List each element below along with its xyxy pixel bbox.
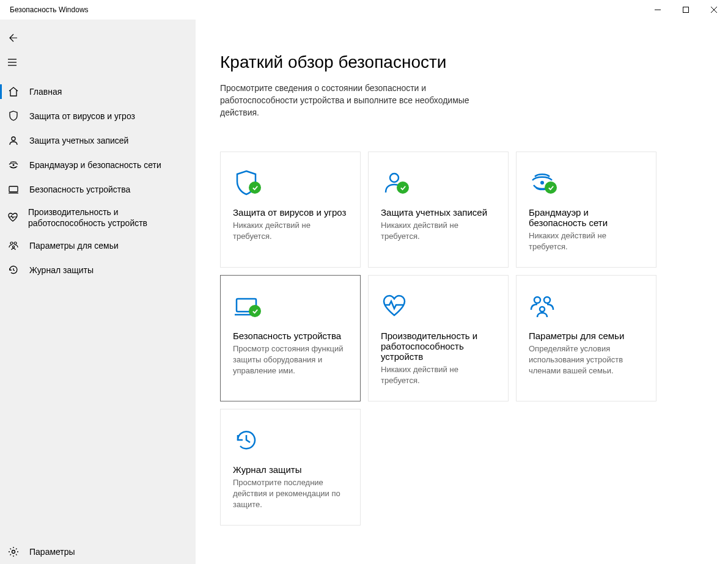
card-desc: Никаких действий не требуется. (529, 230, 644, 252)
device-icon (233, 288, 348, 324)
window-controls (644, 0, 728, 20)
sidebar-item-label: Защита от вирусов и угроз (29, 111, 135, 122)
network-icon (7, 159, 20, 171)
svg-point-14 (12, 551, 15, 554)
card-account[interactable]: Защита учетных записей Никаких действий … (368, 152, 509, 268)
sidebar-item-performance[interactable]: Производительность и работоспособность у… (0, 202, 196, 233)
main-content: Краткий обзор безопасности Просмотрите с… (196, 20, 728, 564)
card-title: Параметры для семьи (529, 331, 644, 341)
card-title: Брандмауэр и безопасность сети (529, 207, 644, 228)
card-history[interactable]: Журнал защиты Просмотрите последние дейс… (220, 409, 361, 526)
close-button[interactable] (700, 0, 728, 20)
sidebar-item-account[interactable]: Защита учетных записей (0, 128, 196, 153)
svg-point-16 (540, 181, 544, 185)
sidebar-item-label: Параметры (29, 546, 75, 557)
card-desc: Определяйте условия использования устрой… (529, 343, 644, 376)
page-subtitle: Просмотрите сведения о состоянии безопас… (220, 82, 477, 119)
svg-rect-1 (683, 7, 689, 13)
sidebar-item-home[interactable]: Главная (0, 79, 196, 104)
card-desc: Никаких действий не требуется. (381, 220, 496, 242)
sidebar-item-label: Производительность и работоспособность у… (28, 207, 188, 229)
maximize-button[interactable] (672, 0, 700, 20)
sidebar: Главная Защита от вирусов и угроз Защита… (0, 20, 196, 564)
gear-icon (7, 546, 20, 558)
sidebar-item-label: Параметры для семьи (29, 240, 119, 251)
sidebar-item-label: Защита учетных записей (29, 135, 128, 146)
card-firewall[interactable]: Брандмауэр и безопасность сети Никаких д… (516, 152, 656, 268)
check-badge (397, 181, 409, 194)
page-title: Краткий обзор безопасности (220, 53, 704, 72)
svg-point-19 (534, 297, 540, 303)
account-icon (381, 164, 496, 201)
card-device[interactable]: Безопасность устройства Просмотр состоян… (220, 275, 361, 401)
sidebar-item-virus[interactable]: Защита от вирусов и угроз (0, 104, 196, 128)
svg-point-13 (12, 246, 14, 247)
window-title: Безопасность Windows (0, 5, 89, 14)
card-title: Безопасность устройства (233, 331, 348, 341)
minimize-button[interactable] (644, 0, 672, 20)
back-button[interactable] (0, 27, 24, 49)
sidebar-item-firewall[interactable]: Брандмауэр и безопасность сети (0, 153, 196, 177)
device-icon (7, 183, 20, 196)
card-desc: Никаких действий не требуется. (233, 220, 348, 242)
sidebar-item-label: Брандмауэр и безопасность сети (29, 159, 161, 170)
sidebar-item-device[interactable]: Безопасность устройства (0, 177, 196, 202)
svg-point-15 (390, 174, 399, 182)
security-cards: Защита от вирусов и угроз Никаких действ… (220, 152, 704, 526)
card-title: Защита от вирусов и угроз (233, 207, 348, 218)
svg-rect-9 (9, 186, 18, 192)
card-family[interactable]: Параметры для семьи Определяйте условия … (516, 275, 656, 401)
card-desc: Просмотр состояния функций защиты оборуд… (233, 343, 348, 376)
account-icon (7, 134, 20, 147)
check-badge (249, 305, 261, 317)
card-title: Защита учетных записей (381, 207, 496, 218)
card-desc: Никаких действий не требуется. (381, 364, 496, 386)
svg-point-11 (10, 242, 13, 244)
check-badge (545, 181, 557, 194)
card-performance[interactable]: Производительность и работоспособность у… (368, 275, 509, 401)
heart-icon (7, 211, 18, 224)
hamburger-button[interactable] (0, 51, 24, 73)
card-title: Производительность и работоспособность у… (381, 331, 496, 362)
card-title: Журнал защиты (233, 464, 348, 475)
sidebar-item-history[interactable]: Журнал защиты (0, 258, 196, 282)
sidebar-item-settings[interactable]: Параметры (0, 540, 196, 564)
history-icon (7, 264, 20, 276)
home-icon (7, 86, 20, 98)
svg-point-8 (13, 164, 15, 166)
svg-point-20 (544, 297, 550, 303)
title-bar: Безопасность Windows (0, 0, 728, 20)
sidebar-item-family[interactable]: Параметры для семьи (0, 233, 196, 258)
family-icon (529, 288, 644, 324)
svg-point-21 (540, 307, 545, 312)
svg-point-12 (14, 242, 17, 244)
card-virus[interactable]: Защита от вирусов и угроз Никаких действ… (220, 152, 361, 268)
network-icon (529, 164, 644, 201)
shield-icon (7, 110, 20, 122)
card-desc: Просмотрите последние действия и рекомен… (233, 477, 348, 510)
shield-icon (233, 164, 348, 201)
history-icon (233, 422, 348, 458)
family-icon (7, 240, 20, 252)
sidebar-item-label: Журнал защиты (29, 265, 94, 276)
heart-icon (381, 288, 496, 324)
svg-point-7 (12, 137, 15, 141)
nav-list: Главная Защита от вирусов и угроз Защита… (0, 77, 196, 540)
sidebar-item-label: Безопасность устройства (29, 184, 130, 195)
sidebar-item-label: Главная (29, 86, 62, 97)
check-badge (249, 181, 261, 194)
